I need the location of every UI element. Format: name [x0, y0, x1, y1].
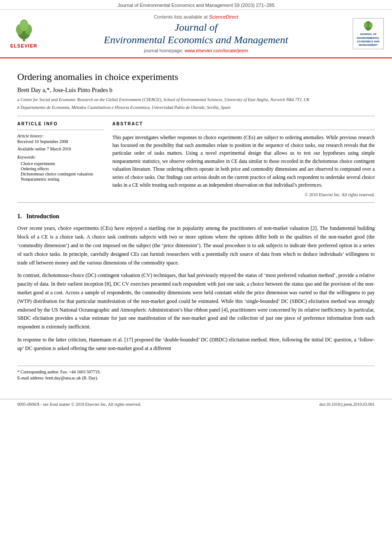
available-date: Available online 7 March 2010: [17, 146, 104, 151]
abstract-divider: [112, 130, 375, 130]
journal-banner: ELSEVIER Contents lists available at Sci…: [0, 10, 392, 58]
footnote-corresponding: * Corresponding author. Fax: +44 1603 50…: [17, 369, 375, 374]
keyword-4: Nonparametric testing: [17, 177, 104, 182]
footnote-section: * Corresponding author. Fax: +44 1603 50…: [17, 366, 375, 380]
affiliation-a: a Centre for Social and Economic Researc…: [17, 96, 375, 103]
two-col-section: ARTICLE INFO Article history: Received 1…: [17, 121, 375, 197]
history-label: Article history:: [17, 134, 104, 138]
sciencedirect-line: Contents lists available at ScienceDirec…: [43, 14, 349, 19]
elsevier-tree-icon: [12, 19, 36, 42]
logo-box-tree-icon: [362, 20, 375, 31]
elsevier-logo: ELSEVIER: [4, 19, 43, 48]
intro-section-title: 1. Introduction: [17, 213, 375, 220]
divider-top: [17, 116, 375, 116]
journal-homepage: journal homepage: www.elsevier.com/locat…: [43, 48, 349, 53]
journal-title: Journal ofEnvironmental Economics and Ma…: [43, 21, 349, 46]
authors: Brett Day a,*, Jose-Luis Pinto Prades b: [17, 87, 375, 94]
intro-section-heading: Introduction: [26, 213, 59, 220]
elsevier-label: ELSEVIER: [10, 43, 37, 48]
info-divider: [17, 130, 104, 130]
intro-paragraph-3: In response to the latter criticism, Han…: [17, 336, 375, 353]
footnote-email: E-mail address: brett.day@uea.ac.uk (B. …: [17, 376, 375, 380]
abstract-title: ABSTRACT: [112, 121, 375, 126]
footer-doi: doi:10.1016/j.jeem.2010.03.001: [319, 402, 375, 407]
intro-section-number: 1.: [17, 213, 22, 220]
abstract-section: ABSTRACT This paper investigates whether…: [112, 121, 375, 197]
abstract-text: This paper investigates whether response…: [112, 134, 375, 189]
received-date: Received 10 September 2008: [17, 139, 104, 144]
affiliation-b: b Departamento de Economía, Métodos Cuan…: [17, 104, 375, 111]
divider-bottom: [17, 202, 375, 203]
journal-bar-text: Journal of Environmental Economics and M…: [118, 3, 274, 8]
journal-logo-right: JOURNAL OFENVIRONMENTALECONOMICS ANDMANA…: [349, 18, 388, 49]
footer-issn: 0095-0696/$ - see front matter © 2010 El…: [17, 402, 141, 407]
intro-paragraph-1: Over recent years, choice experiments (C…: [17, 224, 375, 267]
svg-point-8: [369, 22, 373, 28]
sciencedirect-link[interactable]: ScienceDirect: [209, 14, 238, 19]
svg-point-7: [364, 22, 368, 28]
journal-logo-box: JOURNAL OFENVIRONMENTALECONOMICS ANDMANA…: [353, 18, 384, 49]
article-info: ARTICLE INFO Article history: Received 1…: [17, 121, 104, 197]
svg-point-4: [19, 19, 28, 31]
intro-paragraph-2: In contrast, dichotomous-choice (DC) con…: [17, 271, 375, 331]
journal-header-bar: Journal of Environmental Economics and M…: [0, 0, 392, 10]
copyright: © 2010 Elsevier Inc. All rights reserved…: [112, 192, 375, 197]
main-content: Ordering anomalies in choice experiments…: [0, 58, 392, 391]
keyword-1: Choice experiments: [17, 161, 104, 166]
article-info-title: ARTICLE INFO: [17, 121, 104, 126]
keyword-2: Ordering effects: [17, 166, 104, 171]
article-title: Ordering anomalies in choice experiments: [17, 71, 375, 83]
keyword-3: Dichotomous choice contingent valuation: [17, 172, 104, 176]
homepage-url[interactable]: www.elsevier.com/locate/jeem: [185, 48, 248, 53]
footer-bar: 0095-0696/$ - see front matter © 2010 El…: [0, 399, 392, 409]
page: Journal of Environmental Economics and M…: [0, 0, 392, 535]
banner-center: Contents lists available at ScienceDirec…: [43, 14, 349, 53]
keywords-label: Keywords:: [17, 155, 104, 159]
